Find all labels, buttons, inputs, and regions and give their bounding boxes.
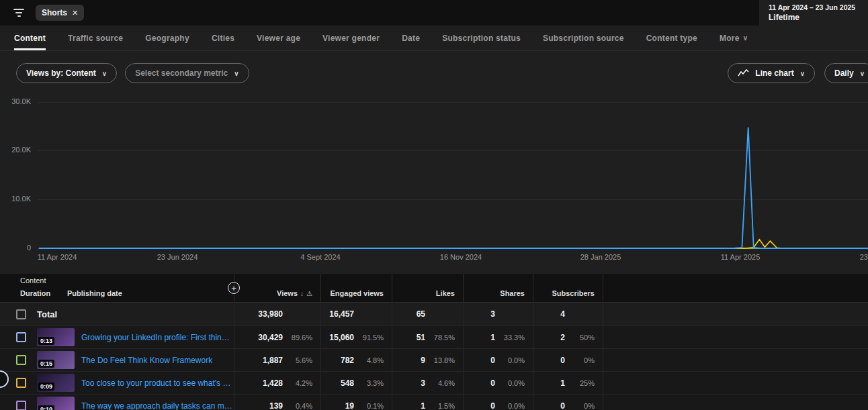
subscribers-cell: 250% xyxy=(533,326,603,348)
chevron-down-icon: ∨ xyxy=(743,34,748,42)
total-label: Total xyxy=(37,309,57,319)
header-filler xyxy=(603,274,868,302)
tab-subscription-status[interactable]: Subscription status xyxy=(442,25,521,50)
granularity-dropdown[interactable]: Daily ∨ xyxy=(824,63,868,83)
shares-cell: 00.0% xyxy=(463,349,533,371)
line-chart-icon xyxy=(738,69,749,77)
views-cell: 1,4284.2% xyxy=(234,372,320,394)
subscribers-cell: 00% xyxy=(533,349,603,371)
duration-column-header[interactable]: Duration xyxy=(20,289,50,297)
content-header-cell: Content Duration Publishing date xyxy=(0,274,234,302)
views-line-chart[interactable]: 30.0K 20.0K 10.0K 0 11 Apr 2024 23 Jun 2… xyxy=(0,87,868,268)
tab-geography[interactable]: Geography xyxy=(145,25,189,50)
tab-cities[interactable]: Cities xyxy=(212,25,234,50)
views-by-dropdown[interactable]: Views by: Content ∨ xyxy=(16,63,117,83)
row-checkbox[interactable] xyxy=(16,332,26,342)
chevron-down-icon: ∨ xyxy=(800,70,805,77)
publishing-date-column-header[interactable]: Publishing date xyxy=(67,289,122,297)
x-tick-label: 23 Jun 2025 xyxy=(860,253,868,261)
video-thumbnail[interactable]: 0:10 xyxy=(37,397,75,410)
tab-traffic-source[interactable]: Traffic source xyxy=(68,25,123,50)
secondary-metric-label: Select secondary metric xyxy=(135,68,228,78)
secondary-metric-dropdown[interactable]: Select secondary metric ∨ xyxy=(125,63,249,83)
estimate-warning-icon: ⚠ xyxy=(306,290,312,297)
tab-subscription-source[interactable]: Subscription source xyxy=(543,25,624,50)
shares-cell: 133.3% xyxy=(463,326,533,348)
chart-type-label: Line chart xyxy=(755,68,793,78)
subscribers-column-header[interactable]: Subscribers xyxy=(533,274,603,302)
likes-column-header[interactable]: Likes xyxy=(392,274,463,302)
tab-viewer-age[interactable]: Viewer age xyxy=(257,25,300,50)
video-title-link[interactable]: The Do Feel Think Know Framework xyxy=(81,356,212,365)
tab-viewer-gender[interactable]: Viewer gender xyxy=(322,25,380,50)
table-row: 0:10 The way we approach daily tasks can… xyxy=(0,395,868,410)
x-tick-label: 11 Apr 2024 xyxy=(38,253,77,261)
x-tick-label: 23 Jun 2024 xyxy=(157,253,198,261)
row-checkbox[interactable] xyxy=(16,401,26,410)
views-cell: 1,8875.6% xyxy=(234,349,320,371)
views-cell: 1390.4% xyxy=(234,395,320,410)
tab-content-type[interactable]: Content type xyxy=(646,25,697,50)
chevron-down-icon: ∨ xyxy=(234,70,238,77)
shorts-filter-chip[interactable]: Shorts ✕ xyxy=(36,5,84,21)
likes-cell: 913.8% xyxy=(392,349,463,371)
duration-badge: 0:13 xyxy=(38,337,54,345)
video-thumbnail[interactable]: 0:13 xyxy=(37,328,75,346)
content-metrics-table: Content Duration Publishing date Views ↓… xyxy=(0,274,868,410)
video-title-link[interactable]: The way we approach daily tasks can make… xyxy=(81,401,234,410)
close-icon[interactable]: ✕ xyxy=(72,9,78,17)
chevron-down-icon: ∨ xyxy=(860,70,865,77)
select-all-checkbox[interactable] xyxy=(16,309,26,319)
video-thumbnail[interactable]: 0:15 xyxy=(37,351,75,369)
x-tick-label: 11 Apr 2025 xyxy=(721,253,761,261)
date-range-selector[interactable]: 11 Apr 2024 – 23 Jun 2025 Lifetime xyxy=(759,0,868,25)
chart-type-dropdown[interactable]: Line chart ∨ xyxy=(728,63,815,83)
x-tick-label: 28 Jan 2025 xyxy=(580,253,621,261)
chart-series-line xyxy=(39,127,868,248)
row-checkbox[interactable] xyxy=(16,355,26,365)
views-column-header[interactable]: Views ↓ ⚠ xyxy=(234,274,320,302)
table-row: 0:09 Too close to your product to see wh… xyxy=(0,372,868,395)
youtube-studio-analytics-page: Shorts ✕ 11 Apr 2024 – 23 Jun 2025 Lifet… xyxy=(0,0,868,410)
total-subscribers-cell: 4 xyxy=(533,303,603,325)
row-checkbox[interactable] xyxy=(16,378,26,388)
shares-column-header[interactable]: Shares xyxy=(463,274,533,302)
video-title-link[interactable]: Too close to your product to see what's … xyxy=(81,378,234,388)
tab-more[interactable]: More ∨ xyxy=(720,25,748,50)
x-tick-label: 16 Nov 2024 xyxy=(440,253,482,261)
likes-cell: 5178.5% xyxy=(392,326,463,348)
filter-icon[interactable] xyxy=(13,9,24,17)
chevron-down-icon: ∨ xyxy=(102,70,107,77)
sort-desc-icon: ↓ xyxy=(300,290,304,297)
analytics-tab-bar: Content Traffic source Geography Cities … xyxy=(0,25,868,51)
duration-badge: 0:10 xyxy=(38,405,54,410)
total-shares-cell: 3 xyxy=(463,303,533,325)
likes-cell: 11.5% xyxy=(392,395,463,410)
group-header-label: Content xyxy=(20,276,46,285)
chip-label: Shorts xyxy=(42,8,67,17)
granularity-label: Daily xyxy=(834,68,854,78)
table-row: 0:13 Growing your LinkedIn profile: Firs… xyxy=(0,326,868,349)
x-tick-label: 4 Sept 2024 xyxy=(300,253,340,261)
chart-series-canvas xyxy=(0,87,868,268)
tab-content[interactable]: Content xyxy=(14,25,46,50)
total-likes-cell: 65 xyxy=(392,303,463,325)
likes-cell: 34.6% xyxy=(392,372,463,394)
video-title-link[interactable]: Growing your LinkedIn profile: First thi… xyxy=(81,333,234,342)
engaged-views-cell: 190.1% xyxy=(320,395,392,410)
chart-series-line xyxy=(39,240,868,248)
add-metric-button[interactable]: + xyxy=(228,282,240,294)
engaged-views-column-header[interactable]: Engaged views xyxy=(320,274,392,302)
engaged-views-cell: 15,06091.5% xyxy=(320,326,392,348)
table-row: 0:15 The Do Feel Think Know Framework 1,… xyxy=(0,349,868,372)
shares-cell: 00.0% xyxy=(463,372,533,394)
tab-date[interactable]: Date xyxy=(402,25,420,50)
video-thumbnail[interactable]: 0:09 xyxy=(37,374,75,392)
tab-more-label: More xyxy=(720,34,740,43)
engaged-views-cell: 7824.8% xyxy=(320,349,392,371)
views-by-label: Views by: Content xyxy=(26,68,96,78)
engaged-views-cell: 5483.3% xyxy=(320,372,392,394)
table-header-row: Content Duration Publishing date Views ↓… xyxy=(0,274,868,303)
duration-badge: 0:15 xyxy=(38,360,54,368)
views-cell: 30,42989.6% xyxy=(234,326,320,348)
